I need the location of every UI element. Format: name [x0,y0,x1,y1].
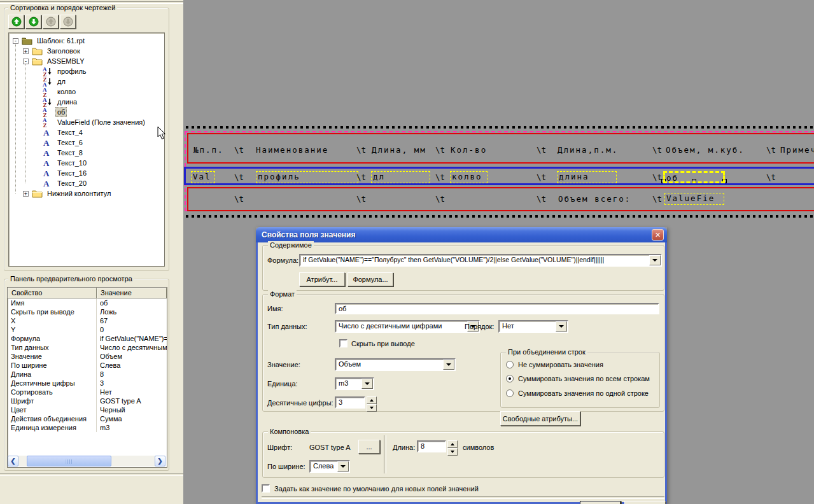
formula-combobox[interactable]: if GetValue("NAME")=="Полубрус" then Get… [299,254,662,267]
tree-item-label[interactable]: ASSEMBLY [45,57,87,66]
collapse-icon[interactable]: - [23,59,29,64]
font-browse-button[interactable]: ... [358,440,380,454]
tree-item-Шаблон-61-rpt[interactable]: -Шаблон: 61.rpt [9,36,164,46]
tab-marker[interactable]: \t [537,172,546,182]
collapse-icon[interactable]: - [13,38,18,44]
chevron-down-icon[interactable] [443,360,454,370]
tree-item-колво[interactable]: AZколво [9,87,164,97]
property-row[interactable]: Действия объединенияСумма [8,414,167,423]
scroll-right-button[interactable]: ❯ [155,456,165,466]
tab-marker[interactable]: \t [356,194,366,204]
band-text[interactable]: Объем всего: [558,194,631,204]
horizontal-scrollbar[interactable]: ❮ ❯ [8,456,165,466]
tab-marker[interactable]: \t [652,145,662,155]
free-attributes-button[interactable]: Свободные атрибуты... [500,411,580,426]
unit-combobox[interactable]: m3 [335,377,374,390]
field-box[interactable]: длина [557,171,617,183]
field-box[interactable]: Val [191,171,215,183]
spinner-down-icon[interactable] [447,448,458,456]
decimals-spinner[interactable]: 3 [335,396,377,409]
property-column-header[interactable]: Свойство [8,288,97,298]
move-down-disabled-button[interactable] [60,15,76,29]
chevron-down-icon[interactable] [337,461,349,472]
tab-marker[interactable]: \t [356,145,366,155]
move-up-disabled-button[interactable] [43,15,59,29]
formula-button[interactable]: Формула... [347,272,393,286]
set-default-checkbox[interactable] [262,484,270,493]
tree-item-Заголовок[interactable]: +Заголовок [9,46,164,56]
property-row[interactable]: ЗначениеОбъем [8,352,167,361]
value-combobox[interactable]: Объем [335,358,456,371]
tab-marker[interactable]: \t [652,172,662,182]
band-text[interactable]: №п.п. [193,145,224,155]
move-down-button[interactable] [25,15,41,29]
tree-item-label[interactable]: Текст_6 [55,138,85,147]
datatype-combobox[interactable]: Число с десятичными цифрами [335,320,480,333]
tree-item-label[interactable]: Нижний колонтитул [45,189,113,198]
tab-marker[interactable]: \t [234,194,244,204]
move-up-button[interactable] [8,15,24,29]
tab-marker[interactable]: \t [356,172,366,182]
tree-item-Текст_20[interactable]: AТекст_20 [9,178,164,188]
tab-marker[interactable]: \t [435,172,445,182]
tree-item-дл[interactable]: ZAдл [9,76,164,87]
hide-on-output-checkbox[interactable] [339,339,347,347]
tree-item-профиль[interactable]: AZпрофиль [9,66,164,76]
tree-item-Текст_8[interactable]: AТекст_8 [9,148,164,158]
ok-button[interactable]: OK [580,501,621,504]
tree-item-label[interactable]: колво [55,87,78,96]
tab-marker[interactable]: \t [234,145,244,155]
no-sum-radio[interactable] [506,361,514,368]
spinner-down-icon[interactable] [367,404,377,412]
field-box[interactable]: дл [371,171,430,183]
property-row[interactable]: ЦветЧерный [8,405,167,414]
cancel-button[interactable]: Отмена [624,501,666,504]
band-text[interactable]: Примечание [780,145,814,155]
align-combobox[interactable]: Слева [309,460,350,473]
band-text[interactable]: Длина, мм [372,145,426,155]
tree-item-label[interactable]: Заголовок [45,46,82,55]
tree-item-Текст_6[interactable]: AТекст_6 [9,137,164,148]
tree-item-label[interactable]: Текст_4 [55,128,85,137]
chevron-down-icon[interactable] [649,255,661,265]
property-row[interactable]: Скрыть при выводеЛожь [8,307,167,316]
field-box[interactable]: профиль [256,171,358,183]
length-spinner[interactable]: 8 [417,440,458,452]
property-row[interactable]: Длина8 [8,370,167,379]
band-text[interactable]: Длина,п.м. [558,145,618,155]
template-tree[interactable]: -Шаблон: 61.rpt+Заголовок-ASSEMBLYAZпроф… [8,32,165,267]
name-input[interactable]: об [335,303,659,314]
sum-all-rows-radio[interactable] [506,375,514,382]
property-row[interactable]: Имяоб [8,298,167,307]
tree-item-label[interactable]: Текст_16 [55,169,88,178]
property-row[interactable]: Единица измеренияm3 [8,423,167,432]
sum-one-row-radio[interactable] [506,389,514,397]
tree-item-label[interactable]: Текст_10 [55,158,88,167]
attribute-button[interactable]: Атрибут... [299,272,345,286]
band-text[interactable]: Наименование [256,145,328,155]
tree-item-label[interactable]: Шаблон: 61.rpt [35,36,87,45]
tree-item-ASSEMBLY[interactable]: -ASSEMBLY [9,56,164,66]
expand-icon[interactable]: + [23,48,29,54]
order-combobox[interactable]: Нет [498,320,568,333]
field-box-selected[interactable]: об [663,171,725,183]
tree-item-Текст_16[interactable]: AТекст_16 [9,168,164,178]
tree-item-длина[interactable]: AZдлина [9,97,164,107]
tree-item-label[interactable]: ValueField (Поле значения) [55,118,147,127]
tree-item-ValueField-Поле-значения-[interactable]: AZValueField (Поле значения) [9,117,164,127]
property-row[interactable]: СортироватьНет [8,388,167,396]
spinner-up-icon[interactable] [447,440,458,448]
chevron-down-icon[interactable] [361,379,373,389]
tab-marker[interactable]: \t [435,194,445,204]
tree-item-Текст_10[interactable]: AТекст_10 [9,158,164,168]
value-column-header[interactable]: Значение [97,288,167,298]
tab-marker[interactable]: \t [766,145,776,155]
tree-item-об[interactable]: AZоб [9,107,164,117]
scrollbar-thumb[interactable] [27,456,111,466]
expand-icon[interactable]: + [23,191,29,197]
field-box[interactable]: ValueFie [664,193,724,205]
spinner-up-icon[interactable] [367,396,377,404]
tree-item-label[interactable]: Текст_8 [55,148,85,157]
close-icon[interactable]: ✕ [652,229,664,241]
tree-item-label[interactable]: профиль [55,67,88,76]
